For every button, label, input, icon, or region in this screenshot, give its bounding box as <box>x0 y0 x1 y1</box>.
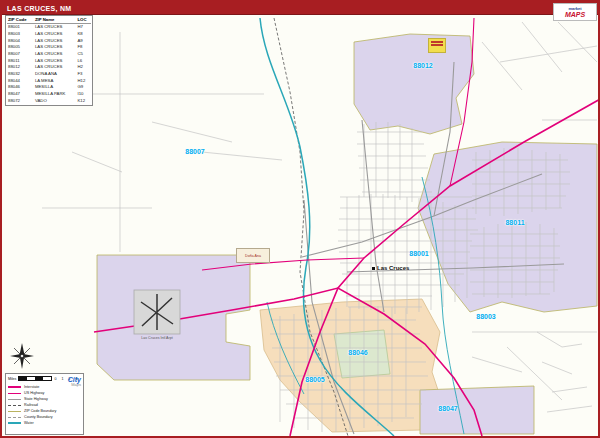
zip-table-row: 88032DONA ANAF3 <box>7 71 91 78</box>
zip-table-cell: LAS CRUCES <box>34 51 77 58</box>
zip-table-cell: 88004 <box>7 38 34 45</box>
zip-table-row: 88012LAS CRUCESH2 <box>7 64 91 71</box>
zip-table-cell: 88072 <box>7 98 34 105</box>
zip-table-cell: C5 <box>76 51 91 58</box>
scale-segment <box>19 377 27 380</box>
zone-88011 <box>418 142 597 312</box>
zip-table-cell: 88044 <box>7 78 34 85</box>
zip-table-cell: LAS CRUCES <box>34 58 77 65</box>
zip-table-cell: K12 <box>76 98 91 105</box>
zip-table-cell: LAS CRUCES <box>34 24 77 31</box>
legend-swatch <box>8 417 21 418</box>
legend-swatch <box>8 405 21 406</box>
legend-label: Railroad <box>24 403 38 407</box>
zip-table-row: 88072VADOK12 <box>7 98 91 105</box>
airport-symbol <box>134 290 180 334</box>
brand-subtitle: Maps <box>68 383 81 387</box>
title-bar: LAS CRUCES, NM <box>2 2 598 15</box>
col-zip-name: ZIP Name <box>34 17 77 24</box>
zip-table-cell: 88047 <box>7 91 34 98</box>
scale-label: Miles <box>8 377 16 381</box>
zip-table-row: 88046MESILLAG9 <box>7 84 91 91</box>
zip-table-row: 88007LAS CRUCESC5 <box>7 51 91 58</box>
zone-88046 <box>334 330 390 378</box>
zip-table-cell: 88007 <box>7 51 34 58</box>
zip-table-row: 88044LA MESAH12 <box>7 78 91 85</box>
legend-swatch <box>8 422 21 424</box>
note-box <box>428 38 446 53</box>
zip-table-cell: LAS CRUCES <box>34 44 77 51</box>
zip-table-cell: MESILLA PARK <box>34 91 77 98</box>
map-title: LAS CRUCES, NM <box>2 5 71 12</box>
zip-table-cell: LAS CRUCES <box>34 31 77 38</box>
legend-brand: City Maps <box>68 376 81 387</box>
zone-88012 <box>354 34 474 134</box>
zip-table-cell: 88012 <box>7 64 34 71</box>
note-text-line <box>431 44 443 46</box>
zip-table-cell: L6 <box>76 58 91 65</box>
scale-segment <box>35 377 43 380</box>
zip-index-table: ZIP Code ZIP Name LOC 88001LAS CRUCESH78… <box>5 15 93 106</box>
map-legend: Miles 0 1 2 3 City Maps InterstateUS Hig… <box>5 373 84 435</box>
zip-table-cell: F8 <box>76 44 91 51</box>
zip-table-cell: LAS CRUCES <box>34 64 77 71</box>
zip-table-cell: VADO <box>34 98 77 105</box>
legend-swatch <box>8 411 21 412</box>
legend-item: Water <box>8 420 81 426</box>
legend-label: ZIP Code Boundary <box>24 409 56 413</box>
zip-table-cell: H12 <box>76 78 91 85</box>
zip-table-row: 88005LAS CRUCESF8 <box>7 44 91 51</box>
zip-table-row: 88047MESILLA PARKI10 <box>7 91 91 98</box>
legend-label: Water <box>24 421 34 425</box>
zip-table-body: 88001LAS CRUCESH788003LAS CRUCESK888004L… <box>7 24 91 104</box>
zip-table-cell: A9 <box>76 38 91 45</box>
zip-table-cell: 88001 <box>7 24 34 31</box>
zip-table-cell: K8 <box>76 31 91 38</box>
zip-table-cell: G9 <box>76 84 91 91</box>
zip-table-cell: DONA ANA <box>34 71 77 78</box>
col-zip-code: ZIP Code <box>7 17 34 24</box>
zip-table-cell: F3 <box>76 71 91 78</box>
city-marker <box>372 267 375 270</box>
legend-label: County Boundary <box>24 415 53 419</box>
logo-main-text: MAPS <box>565 11 585 18</box>
zip-table-cell: MESILLA <box>34 84 77 91</box>
zone-88047 <box>420 386 534 434</box>
zip-table-row: 88004LAS CRUCESA9 <box>7 38 91 45</box>
zip-table-cell: 88046 <box>7 84 34 91</box>
zip-table-cell: 88032 <box>7 71 34 78</box>
zip-table-cell: 88003 <box>7 31 34 38</box>
scale-segment <box>43 377 51 380</box>
zip-table-cell: LAS CRUCES <box>34 38 77 45</box>
zip-table-cell: I10 <box>76 91 91 98</box>
scale-segment <box>27 377 35 380</box>
zip-table-cell: H7 <box>76 24 91 31</box>
legend-label: US Highway <box>24 391 44 395</box>
dona-ana-callout: Doña Ana <box>236 248 270 263</box>
col-loc: LOC <box>76 17 91 24</box>
legend-swatch <box>8 386 21 388</box>
scale-bar <box>18 376 52 381</box>
zip-table-cell: LA MESA <box>34 78 77 85</box>
zip-table-row: 88001LAS CRUCESH7 <box>7 24 91 31</box>
zip-table-row: 88011LAS CRUCESL6 <box>7 58 91 65</box>
zip-table-cell: 88005 <box>7 44 34 51</box>
zip-table-row: 88003LAS CRUCESK8 <box>7 31 91 38</box>
zip-table-cell: 88011 <box>7 58 34 65</box>
legend-items: InterstateUS HighwayState HighwayRailroa… <box>8 384 81 426</box>
legend-label: Interstate <box>24 385 39 389</box>
airport-label: Las Cruces Intl Arpt <box>132 336 182 340</box>
compass-rose <box>9 342 35 372</box>
city-label: Las Cruces <box>372 265 409 271</box>
publisher-logo: market MAPS <box>553 3 597 21</box>
zip-table-cell: H2 <box>76 64 91 71</box>
legend-swatch <box>8 393 21 394</box>
legend-label: State Highway <box>24 397 48 401</box>
legend-swatch <box>8 399 21 400</box>
map-poster: LAS CRUCES, NM 2020 ZIP Code Premium Edi… <box>0 0 600 438</box>
note-text-line <box>431 41 443 43</box>
